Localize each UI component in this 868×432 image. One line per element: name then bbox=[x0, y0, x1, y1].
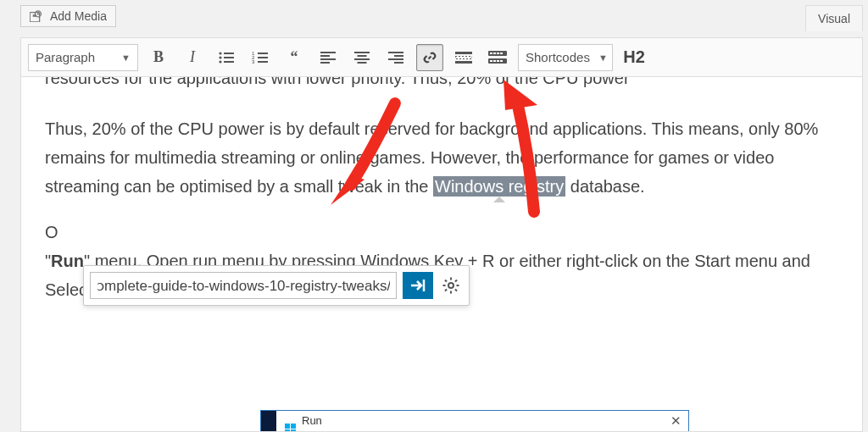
tab-visual[interactable]: Visual bbox=[805, 5, 863, 31]
svg-text:3: 3 bbox=[252, 59, 255, 64]
svg-rect-48 bbox=[454, 289, 458, 292]
svg-rect-33 bbox=[493, 53, 496, 54]
svg-rect-24 bbox=[388, 52, 403, 53]
svg-point-6 bbox=[219, 56, 221, 58]
svg-rect-9 bbox=[224, 61, 234, 63]
svg-rect-52 bbox=[291, 424, 296, 429]
svg-rect-22 bbox=[354, 58, 370, 60]
paragraph-1-a: Thus, 20% of the CPU power is by default… bbox=[45, 119, 818, 196]
run-dialog-close[interactable]: ✕ bbox=[663, 410, 688, 431]
chevron-down-icon: ▼ bbox=[598, 53, 608, 63]
blockquote-button[interactable]: “ bbox=[281, 44, 308, 71]
format-dropdown[interactable]: Paragraph ▼ bbox=[28, 44, 138, 71]
svg-rect-20 bbox=[354, 52, 370, 53]
svg-rect-23 bbox=[358, 62, 367, 64]
read-more-button[interactable] bbox=[450, 44, 477, 71]
svg-rect-38 bbox=[493, 60, 496, 62]
svg-rect-39 bbox=[497, 60, 499, 62]
svg-rect-32 bbox=[490, 53, 492, 54]
link-popover bbox=[83, 265, 470, 306]
apply-link-button[interactable] bbox=[403, 272, 433, 299]
svg-rect-43 bbox=[450, 278, 452, 280]
svg-point-2 bbox=[37, 13, 39, 14]
run-dialog-title: Run bbox=[302, 412, 663, 430]
svg-rect-19 bbox=[320, 62, 330, 64]
link-button[interactable] bbox=[416, 44, 443, 71]
h2-button[interactable]: H2 bbox=[620, 44, 648, 71]
italic-button[interactable]: I bbox=[179, 44, 206, 71]
svg-rect-15 bbox=[258, 61, 268, 63]
svg-rect-3 bbox=[33, 14, 36, 17]
link-settings-button[interactable] bbox=[439, 274, 463, 297]
svg-rect-17 bbox=[320, 55, 330, 57]
svg-rect-27 bbox=[394, 62, 403, 64]
paragraph-1-b: database. bbox=[565, 177, 644, 196]
svg-point-4 bbox=[219, 52, 221, 54]
paragraph-1: Thus, 20% of the CPU power is by default… bbox=[45, 114, 838, 201]
svg-rect-40 bbox=[500, 60, 503, 62]
run-dialog: Run ✕ bbox=[260, 410, 689, 431]
editor-content[interactable]: resources for the applications with lowe… bbox=[21, 77, 862, 431]
svg-rect-26 bbox=[388, 58, 403, 60]
svg-rect-46 bbox=[457, 285, 459, 286]
svg-rect-34 bbox=[497, 53, 499, 54]
svg-rect-5 bbox=[224, 53, 234, 54]
shortcodes-dropdown[interactable]: Shortcodes ▼ bbox=[518, 44, 613, 71]
format-dropdown-label: Paragraph bbox=[36, 50, 95, 64]
svg-rect-37 bbox=[490, 60, 492, 62]
svg-rect-7 bbox=[224, 57, 234, 58]
svg-rect-11 bbox=[258, 53, 268, 54]
svg-rect-44 bbox=[450, 291, 452, 294]
editor: Paragraph ▼ B I 123 “ S bbox=[20, 37, 863, 432]
selected-link-text[interactable]: Windows registry bbox=[433, 176, 565, 197]
svg-rect-49 bbox=[454, 280, 458, 283]
cut-text: resources for the applications with lowe… bbox=[45, 77, 838, 92]
svg-rect-51 bbox=[285, 424, 290, 429]
svg-rect-29 bbox=[455, 56, 472, 58]
windows-flag-icon bbox=[285, 415, 297, 427]
media-icon bbox=[30, 10, 45, 22]
svg-point-8 bbox=[219, 60, 221, 63]
svg-rect-47 bbox=[444, 280, 448, 283]
svg-rect-50 bbox=[444, 289, 448, 292]
svg-point-42 bbox=[448, 283, 453, 288]
align-right-button[interactable] bbox=[382, 44, 409, 71]
svg-rect-18 bbox=[320, 58, 336, 60]
run-dialog-strip bbox=[261, 411, 276, 431]
svg-rect-13 bbox=[258, 57, 268, 58]
paragraph-2-bold: Run bbox=[51, 252, 84, 270]
h2-label: H2 bbox=[623, 47, 645, 67]
svg-rect-45 bbox=[443, 285, 446, 286]
link-url-input[interactable] bbox=[90, 272, 397, 299]
tab-visual-label: Visual bbox=[818, 12, 850, 25]
svg-rect-16 bbox=[320, 52, 336, 53]
add-media-button[interactable]: Add Media bbox=[20, 5, 116, 27]
svg-rect-35 bbox=[500, 53, 503, 54]
svg-rect-30 bbox=[455, 61, 472, 64]
svg-rect-25 bbox=[394, 55, 403, 57]
svg-rect-21 bbox=[358, 55, 367, 57]
ul-button[interactable] bbox=[213, 44, 240, 71]
svg-rect-53 bbox=[285, 429, 290, 431]
add-media-label: Add Media bbox=[50, 9, 107, 23]
toolbar: Paragraph ▼ B I 123 “ S bbox=[21, 38, 862, 77]
chevron-down-icon: ▼ bbox=[121, 53, 131, 63]
svg-rect-28 bbox=[455, 52, 472, 54]
bold-button[interactable]: B bbox=[145, 44, 172, 71]
shortcodes-dropdown-label: Shortcodes bbox=[526, 50, 590, 64]
paragraph-2-prefix: O bbox=[45, 223, 58, 241]
toggle-toolbar-button[interactable] bbox=[484, 44, 511, 71]
align-center-button[interactable] bbox=[348, 44, 376, 71]
align-left-button[interactable] bbox=[314, 44, 342, 71]
ol-button[interactable]: 123 bbox=[247, 44, 274, 71]
svg-rect-54 bbox=[291, 429, 296, 431]
